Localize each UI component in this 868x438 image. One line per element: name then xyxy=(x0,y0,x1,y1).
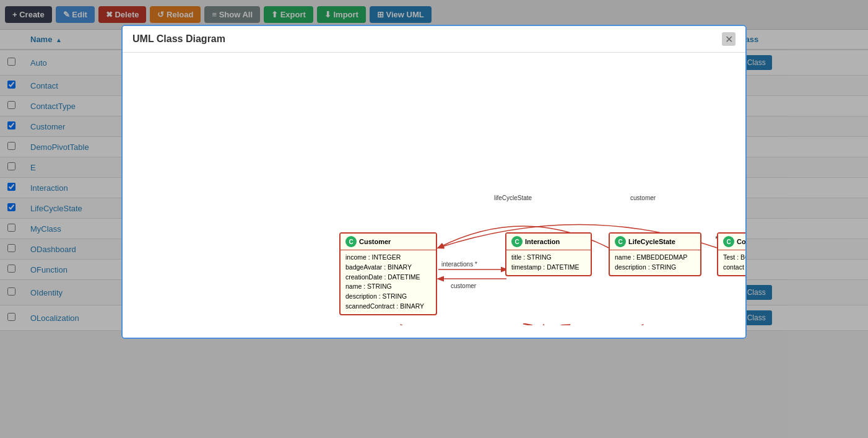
modal-overlay[interactable]: UML Class Diagram ✕ i xyxy=(0,0,868,331)
contact-label: Contact xyxy=(737,238,745,245)
svg-text:interactions *: interactions * xyxy=(441,261,477,268)
modal-body: interactions * customer lifeCycleState c… xyxy=(123,53,745,331)
uml-class-interaction: C Interaction title : STRING timestamp :… xyxy=(505,232,592,276)
contact-body: Test : BOOLEAN contact : STRING xyxy=(718,250,745,275)
modal-header: UML Class Diagram ✕ xyxy=(123,26,745,53)
lifecyclestate-label: LifeCycleState xyxy=(628,238,675,245)
uml-class-lifecyclestate: C LifeCycleState name : EMBEDDEDMAP desc… xyxy=(609,232,701,276)
uml-modal: UML Class Diagram ✕ i xyxy=(121,25,747,331)
svg-text:customer: customer xyxy=(451,283,477,289)
modal-title: UML Class Diagram xyxy=(132,33,225,45)
interaction-label: Interaction xyxy=(525,238,560,245)
uml-class-customer: C Customer income : INTEGER badgeAvatar … xyxy=(339,232,437,315)
interaction-body: title : STRING timestamp : DATETIME xyxy=(506,250,591,275)
svg-text:customer: customer xyxy=(630,195,656,201)
uml-class-contact: C Contact Test : BOOLEAN contact : STRIN… xyxy=(717,232,745,276)
customer-body: income : INTEGER badgeAvatar : BINARY cr… xyxy=(341,250,436,314)
modal-close-button[interactable]: ✕ xyxy=(722,32,736,46)
lifecyclestate-body: name : EMBEDDEDMAP description : STRING xyxy=(610,250,700,275)
svg-text:lifeCycleState: lifeCycleState xyxy=(494,195,532,201)
customer-icon: C xyxy=(345,236,357,247)
lifecyclestate-icon: C xyxy=(615,236,626,247)
interaction-icon: C xyxy=(511,236,523,247)
uml-diagram: interactions * customer lifeCycleState c… xyxy=(135,65,729,325)
contact-icon: C xyxy=(723,236,734,247)
customer-label: Customer xyxy=(359,238,391,245)
